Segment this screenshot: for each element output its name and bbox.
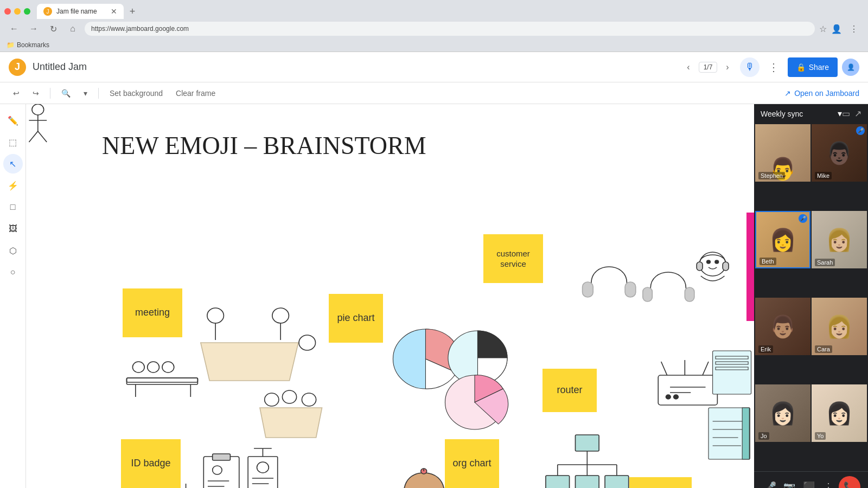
video-grid: 👨 Stephen 👨🏿 🎤 Mike 👩 🎤 Beth 👩🏼 Sarah (754, 123, 868, 471)
zoom-button[interactable]: 🔍 (57, 87, 75, 100)
svg-rect-39 (716, 367, 748, 370)
video-control-button[interactable]: 📷 (781, 478, 798, 488)
refresh-button[interactable]: ↻ (46, 21, 61, 36)
set-background-button[interactable]: Set background (105, 87, 167, 100)
share-button[interactable]: 🔒 Share (788, 57, 838, 77)
svg-rect-99 (742, 408, 749, 459)
image-tool-button[interactable]: 🖼 (3, 219, 23, 239)
popout-button[interactable]: ↗ (854, 108, 861, 119)
open-jamboard-button[interactable]: ↗ Open on Jamboard (784, 89, 859, 98)
video-tile-yo: 👩🏻 Yo (812, 384, 867, 442)
back-button[interactable]: ← (7, 21, 22, 36)
svg-point-25 (715, 260, 719, 264)
mic-control-button[interactable]: 🎤 (762, 478, 779, 488)
mic-button[interactable]: 🎙 (740, 57, 760, 77)
meeting-dropdown-button[interactable]: ▾ (838, 108, 842, 119)
svg-point-13 (282, 390, 296, 403)
zoom-dropdown-button[interactable]: ▾ (79, 87, 92, 100)
profile-button[interactable]: 👤 (831, 24, 842, 34)
main-layout: ✏️ ⬚ ↖ ⚡ □ 🖼 ⬡ ○ NEW EMOJI – BRAINSTORM … (0, 104, 868, 488)
pen-tool-button[interactable]: ✏️ (3, 111, 23, 130)
svg-rect-38 (716, 362, 748, 364)
video-tile-beth: 👩 🎤 Beth (755, 211, 810, 268)
bookmarks-label[interactable]: Bookmarks (17, 41, 49, 49)
next-frame-button[interactable]: › (722, 60, 733, 74)
video-tile-cara: 👩🏼 Cara (812, 298, 867, 355)
sticky-note-org-chart[interactable]: org chart (445, 439, 499, 488)
svg-point-14 (302, 393, 316, 406)
svg-point-16 (448, 331, 507, 385)
sticky-note-pie-chart[interactable]: pie chart (329, 294, 383, 343)
extensions-button[interactable]: ⋮ (846, 21, 861, 36)
laser-tool-button[interactable]: ⚡ (3, 176, 23, 195)
prev-frame-button[interactable]: ‹ (682, 60, 694, 74)
sidebar-header: Weekly sync ▾ ▭ ↗ (754, 104, 868, 123)
shapes-tool-button[interactable]: ⬡ (3, 241, 23, 260)
sticky-note-tool-button[interactable]: □ (3, 197, 23, 217)
svg-point-6 (132, 362, 144, 373)
more-options-button[interactable]: ⋮ (764, 57, 783, 77)
svg-point-7 (148, 362, 159, 373)
canvas-area[interactable]: NEW EMOJI – BRAINSTORM meeting pie chart… (26, 104, 754, 488)
browser-tab[interactable]: J Jam file name ✕ (37, 4, 124, 19)
svg-point-42 (213, 466, 222, 474)
svg-rect-36 (713, 351, 751, 394)
tab-title: Jam file name (56, 8, 97, 15)
home-button[interactable]: ⌂ (65, 21, 80, 36)
more-control-button[interactable]: ⋮ (820, 478, 837, 488)
maximize-button[interactable] (24, 8, 30, 15)
svg-point-0 (207, 308, 224, 323)
sticky-note-customer-service[interactable]: customer service (483, 234, 543, 283)
svg-rect-69 (605, 476, 629, 488)
svg-rect-5 (126, 378, 197, 384)
bookmark-star-button[interactable]: ☆ (819, 24, 827, 34)
forward-button[interactable]: → (26, 21, 41, 36)
header-actions: 🎙 ⋮ 🔒 Share 👤 (740, 57, 859, 77)
sticky-note-sticky-note[interactable]: sticky note (629, 477, 692, 488)
window-controls (4, 8, 30, 15)
user-avatar[interactable]: 👤 (842, 59, 859, 76)
svg-rect-22 (685, 287, 694, 301)
present-control-button[interactable]: ⬛ (800, 478, 818, 488)
svg-rect-20 (625, 282, 636, 297)
clear-frame-button[interactable]: Clear frame (171, 87, 220, 100)
address-bar[interactable] (85, 22, 815, 36)
sticky-note-meeting[interactable]: meeting (123, 288, 182, 337)
browser-chrome: J Jam file name ✕ + ← → ↻ ⌂ ☆ 👤 ⋮ 📁 Book… (0, 0, 868, 52)
undo-button[interactable]: ↩ (9, 87, 24, 100)
circle-tool-button[interactable]: ○ (3, 262, 23, 282)
frame-indicator: 1/7 (699, 62, 718, 73)
open-jamboard-label: Open on Jamboard (794, 89, 859, 98)
eraser-tool-button[interactable]: ⬚ (3, 132, 23, 152)
minimize-button[interactable] (14, 8, 21, 15)
tab-close-button[interactable]: ✕ (111, 7, 117, 16)
new-tab-button[interactable]: + (126, 5, 139, 18)
lock-icon: 🔒 (796, 63, 806, 72)
pink-strip (746, 213, 754, 321)
participant-name-erik: Erik (758, 345, 773, 353)
svg-point-15 (393, 329, 458, 389)
speaking-indicator-mike: 🎤 (856, 126, 865, 135)
app-title: Untitled Jam (33, 61, 676, 73)
sticky-note-id-badge[interactable]: ID badge (121, 439, 181, 488)
close-button[interactable] (4, 8, 11, 15)
toolbar-separator-1 (50, 88, 50, 99)
video-tile-mike: 👨🏿 🎤 Mike (812, 124, 867, 182)
sticky-note-router[interactable]: router (542, 369, 597, 412)
svg-point-35 (674, 395, 679, 399)
left-toolbar: ✏️ ⬚ ↖ ⚡ □ 🖼 ⬡ ○ (0, 104, 26, 488)
svg-rect-19 (583, 282, 593, 297)
svg-point-24 (707, 260, 711, 264)
whiteboard-title: NEW EMOJI – BRAINSTORM (102, 131, 426, 160)
video-tile-jo: 👩🏻 Jo (755, 384, 810, 442)
participant-name-stephen: Stephen (758, 172, 785, 179)
canvas-content: NEW EMOJI – BRAINSTORM meeting pie chart… (26, 104, 754, 488)
svg-rect-27 (723, 262, 729, 271)
chat-layout-button[interactable]: ▭ (842, 108, 850, 119)
end-call-button[interactable]: 📞 (839, 476, 860, 488)
redo-button[interactable]: ↪ (28, 87, 43, 100)
svg-point-89 (32, 104, 44, 115)
svg-rect-94 (709, 408, 750, 459)
svg-line-92 (29, 131, 37, 142)
select-tool-button[interactable]: ↖ (3, 154, 23, 174)
